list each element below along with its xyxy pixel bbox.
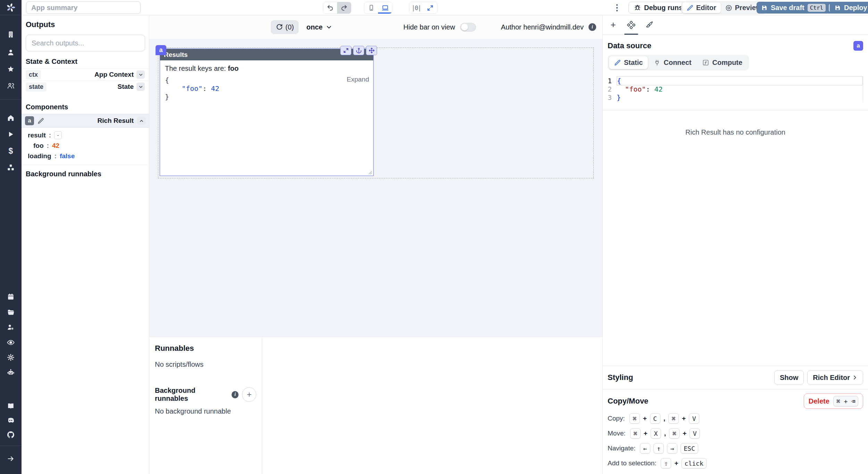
delete-component-button[interactable]: Delete ⌘ + ⌫	[804, 393, 863, 409]
more-menu-kebab[interactable]: ⋮	[612, 2, 622, 13]
background-runnables-info-icon[interactable]: i	[232, 391, 239, 398]
state-row[interactable]: state State	[22, 81, 149, 93]
kbd-arrow-up: ↑	[653, 443, 664, 454]
component-a-canvas-badge[interactable]: a	[156, 45, 166, 55]
windmill-logo[interactable]	[0, 0, 22, 15]
kbd-cmd: ⌘	[668, 413, 679, 424]
center-content-button[interactable]: |0|	[409, 2, 423, 14]
result-keys-key: foo	[228, 65, 239, 72]
components-title: Components	[22, 103, 149, 111]
preview-eye-icon	[725, 5, 732, 11]
result-keys-line: The result keys are: foo	[165, 65, 368, 73]
json-line-open: {	[165, 76, 356, 84]
component-anchor-button[interactable]	[353, 46, 364, 55]
debug-runs-button[interactable]: Debug runs	[628, 2, 688, 14]
star-icon[interactable]	[7, 65, 15, 73]
fullwidth-button[interactable]	[423, 2, 437, 14]
schedule-dropdown[interactable]: once	[306, 23, 332, 31]
pencil-icon	[614, 59, 621, 66]
runs-play-icon[interactable]	[7, 130, 15, 138]
tab-component-settings[interactable]	[622, 15, 640, 34]
save-draft-label: Save draft	[771, 4, 804, 12]
tab-static[interactable]: Static	[609, 56, 648, 69]
kbd-shift: ⇧	[661, 458, 671, 468]
ctx-row[interactable]: ctx App Context	[22, 68, 149, 81]
kbd-delete-shortcut: ⌘ + ⌫	[833, 396, 858, 406]
kbd-v: V	[689, 413, 699, 424]
save-icon	[761, 5, 768, 11]
component-a-header[interactable]: a Rich Result	[22, 114, 149, 128]
tab-connect[interactable]: Connect	[649, 56, 696, 69]
code-line-3: 3 }	[605, 93, 863, 102]
tab-insert-component[interactable]: +	[604, 15, 622, 34]
json-line-close: }	[165, 93, 356, 101]
folders-icon[interactable]	[7, 308, 15, 316]
expand-diagonal-icon	[343, 48, 349, 53]
tree-row-result: result : -	[22, 130, 149, 141]
runnables-list: Runnables No scripts/flows Background ru…	[149, 337, 262, 474]
resources-cubes-icon[interactable]	[7, 163, 15, 172]
styling-title: Styling	[608, 373, 633, 382]
ctx-type-label: App Context	[94, 71, 134, 78]
home-icon[interactable]	[7, 114, 15, 122]
github-icon[interactable]	[7, 431, 15, 439]
expand-link[interactable]: Expand	[347, 76, 369, 83]
save-draft-button[interactable]: Save draft CtrlS	[757, 2, 842, 14]
refresh-button[interactable]: (0)	[271, 20, 299, 34]
desktop-view-button[interactable]	[378, 2, 392, 14]
user-group-icon[interactable]	[7, 82, 15, 90]
component-collapse-button[interactable]	[137, 117, 145, 125]
component-action-buttons	[340, 46, 377, 55]
expand-sidebar-arrow-icon[interactable]	[7, 455, 15, 463]
component-move-button[interactable]	[366, 46, 377, 55]
undo-button[interactable]	[323, 2, 337, 14]
add-background-runnable-button[interactable]: +	[242, 387, 256, 402]
user-icon[interactable]	[7, 48, 15, 57]
tab-static-label: Static	[624, 59, 643, 67]
resize-handle[interactable]	[368, 171, 372, 175]
chevron-down-icon	[138, 72, 143, 77]
groups-user-cog-icon[interactable]	[7, 323, 15, 331]
code-line-1: 1 {	[605, 77, 863, 85]
tree-value-loading: false	[60, 152, 75, 160]
json-line-foo: "foo": 42	[165, 84, 356, 93]
rich-result-component[interactable]: Results The result keys are: foo Expand …	[160, 49, 374, 176]
spacer	[603, 136, 868, 366]
move-arrows-icon	[369, 48, 375, 53]
mobile-view-button[interactable]	[364, 2, 378, 14]
expand-arrows-icon	[427, 5, 434, 11]
tab-editor[interactable]: Editor	[682, 2, 721, 13]
edit-pencil-icon[interactable]	[37, 118, 44, 124]
state-expand-button[interactable]	[136, 83, 145, 91]
component-expand-button[interactable]	[340, 46, 351, 55]
deploy-button[interactable]: Deploy	[830, 2, 868, 14]
schedules-calendar-icon[interactable]	[7, 293, 15, 301]
audit-eye-icon[interactable]	[7, 338, 15, 347]
hide-bar-toggle[interactable]	[460, 23, 476, 32]
collapse-result-button[interactable]: -	[54, 131, 62, 139]
ai-robot-icon[interactable]	[7, 368, 15, 376]
background-runnables-row: Background runnables i +	[155, 387, 256, 403]
component-settings-icon	[627, 21, 635, 29]
docs-book-icon[interactable]	[7, 402, 15, 410]
author-info-icon[interactable]: i	[589, 23, 596, 31]
rich-editor-button[interactable]: Rich Editor	[807, 370, 863, 385]
search-outputs-input[interactable]	[26, 35, 145, 51]
ctx-expand-button[interactable]	[136, 70, 145, 79]
discord-icon[interactable]	[7, 416, 15, 424]
tab-compute[interactable]: Compute	[697, 56, 748, 69]
paintbrush-icon	[645, 21, 653, 29]
tab-styling-brush[interactable]	[640, 15, 658, 34]
tree-colon: :	[47, 142, 49, 150]
app-summary-input[interactable]	[26, 1, 141, 14]
app-canvas[interactable]: a Results	[149, 39, 602, 337]
windmill-logo-icon	[6, 2, 16, 13]
redo-button[interactable]	[337, 2, 351, 14]
json-number-token: 42	[654, 85, 662, 93]
settings-gear-icon[interactable]	[7, 353, 15, 362]
variables-dollar-icon[interactable]: $	[7, 147, 15, 155]
delete-label: Delete	[809, 397, 829, 405]
workspace-building-icon[interactable]	[7, 30, 15, 39]
styling-show-button[interactable]: Show	[774, 370, 804, 385]
static-json-editor[interactable]: 1 { 2 "foo": 42 3 }	[605, 77, 863, 102]
